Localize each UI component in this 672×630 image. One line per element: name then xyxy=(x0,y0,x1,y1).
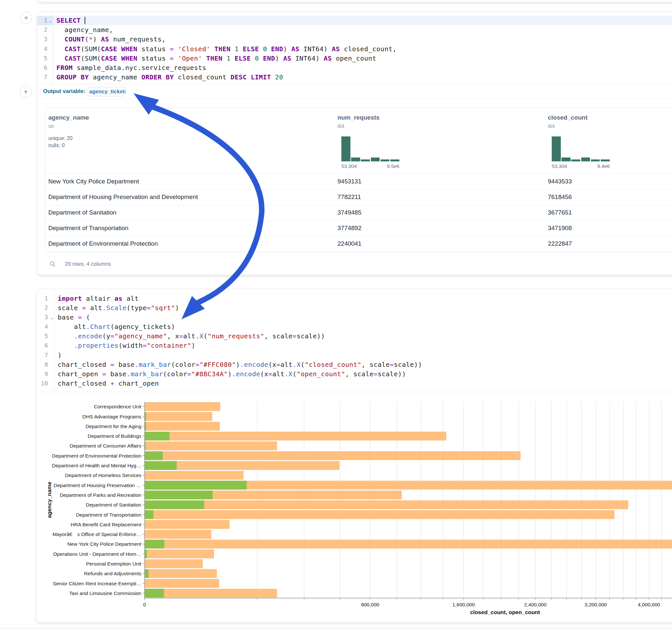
code-text: .properties(width="container") xyxy=(58,342,195,349)
line-number-gutter: 8 xyxy=(37,360,54,369)
code-line-7[interactable]: 7GROUP BY agency_name ORDER BY closed_co… xyxy=(37,73,672,82)
python-cell[interactable]: 1import altair as alt2scale = alt.Scale(… xyxy=(36,289,672,623)
code-text: .encode(y="agency_name", x=alt.X("num_re… xyxy=(58,332,325,340)
sql-editor[interactable]: 1⌄SELECT 2 agency_name,3 COUNT(*) AS num… xyxy=(37,16,672,82)
code-line-8[interactable]: 8chart_closed = base.mark_bar(color="#FF… xyxy=(37,360,672,369)
histogram-bar xyxy=(571,160,580,162)
histogram-bar xyxy=(591,160,600,162)
line-number-gutter: 5 xyxy=(37,54,53,63)
code-line-2[interactable]: 2 agency_name, xyxy=(37,25,672,35)
code-text: FROM sample_data.nyc.service_requests xyxy=(56,64,206,72)
histogram-bar xyxy=(552,137,561,162)
search-icon[interactable] xyxy=(50,261,56,267)
histogram-bar xyxy=(381,160,390,162)
line-number-gutter: 10 xyxy=(37,379,54,388)
column-name: agency_name xyxy=(48,114,331,121)
line-number-gutter: 3 xyxy=(37,35,53,44)
code-line-2[interactable]: 2scale = alt.Scale(type="sqrt") xyxy=(37,303,672,313)
table-row[interactable]: Department of Sanitation37494853677651 xyxy=(45,205,672,220)
column-type: i64 xyxy=(548,123,672,129)
code-line-1[interactable]: 1⌄SELECT xyxy=(37,16,672,25)
code-line-5[interactable]: 5 .encode(y="agency_name", x=alt.X("num_… xyxy=(37,332,672,341)
table-cell: 3774892 xyxy=(334,221,545,236)
table-row[interactable]: New York City Police Department945313194… xyxy=(45,174,672,189)
code-text: chart_closed = base.mark_bar(color="#FFC… xyxy=(58,361,422,368)
table-cell: 2222847 xyxy=(545,236,672,251)
table-header-row: agency_namestrunique: 20nulls: 0num_requ… xyxy=(45,107,672,174)
histogram-bar xyxy=(361,160,370,162)
histogram-bar xyxy=(601,160,610,162)
text-cursor xyxy=(85,17,85,24)
column-header-agency_name[interactable]: agency_namestrunique: 20nulls: 0 xyxy=(45,107,334,174)
table-cell: 9453131 xyxy=(334,174,545,189)
column-header-num_requests[interactable]: num_requestsi6453,3049.5e6 xyxy=(334,107,545,174)
python-editor[interactable]: 1import altair as alt2scale = alt.Scale(… xyxy=(37,294,672,389)
add-cell-button-top[interactable]: + xyxy=(20,12,32,24)
code-line-6[interactable]: 6 .properties(width="container") xyxy=(37,341,672,350)
code-line-5[interactable]: 5 CAST(SUM(CASE WHEN status = 'Open' THE… xyxy=(37,54,672,63)
histogram-min-label: 53,304 xyxy=(552,163,567,169)
code-text: chart_open = base.mark_bar(color="#8BC34… xyxy=(58,370,406,378)
code-text: CAST(SUM(CASE WHEN status = 'Closed' THE… xyxy=(56,45,397,53)
histogram-bar xyxy=(371,158,380,162)
histogram-max-label: 9.4e6 xyxy=(597,163,610,169)
line-number-gutter: 1⌄ xyxy=(37,16,53,25)
next-cell-top-edge xyxy=(0,628,672,630)
table-cell: 7782211 xyxy=(334,190,545,205)
table-cell: 7618456 xyxy=(545,190,672,205)
cell-output-divider xyxy=(36,392,672,392)
histogram-max-label: 9.5e6 xyxy=(387,163,399,169)
code-text: alt.Chart(agency_tickets) xyxy=(58,323,175,331)
table-cell: 9443533 xyxy=(545,174,672,189)
dataframe-preview-table[interactable]: agency_namestrunique: 20nulls: 0num_requ… xyxy=(45,107,672,252)
table-cell: 3471908 xyxy=(545,221,672,236)
line-number-gutter: 7 xyxy=(37,73,53,82)
table-row[interactable]: Department of Environmental Protection22… xyxy=(45,236,672,251)
code-text: COUNT(*) AS num_requests, xyxy=(56,35,166,43)
line-number-gutter: 4 xyxy=(37,322,54,332)
code-line-6[interactable]: 6FROM sample_data.nyc.service_requests xyxy=(37,63,672,73)
column-type: i64 xyxy=(337,123,542,129)
code-text: ) xyxy=(58,351,62,359)
code-line-7[interactable]: 7) xyxy=(37,350,672,360)
line-number-gutter: 7 xyxy=(37,350,54,360)
table-row[interactable]: Department of Transportation377489234719… xyxy=(45,220,672,236)
line-number-gutter: 4 xyxy=(37,44,53,54)
table-row-count: 20 rows, 4 columns xyxy=(65,261,111,267)
output-variable-label: Output variable: xyxy=(43,88,85,95)
gutter-divider xyxy=(54,289,54,392)
histogram-bar xyxy=(581,158,590,162)
notebook-page: { "icons": { "add_label": "+", "search_i… xyxy=(0,0,672,630)
column-histogram xyxy=(552,137,610,162)
line-number-gutter: 6 xyxy=(37,341,54,350)
output-variable-badge[interactable]: agency_tickets xyxy=(86,87,126,96)
table-row[interactable]: Department of Housing Preservation and D… xyxy=(45,189,672,205)
add-cell-button-middle[interactable]: + xyxy=(20,86,32,98)
code-line-4[interactable]: 4 alt.Chart(agency_tickets) xyxy=(37,322,672,332)
table-cell: Department of Environmental Protection xyxy=(45,236,334,251)
table-cell: 3677651 xyxy=(545,205,672,220)
output-variable-row: Output variable: agency_tickets xyxy=(37,84,672,99)
code-line-3[interactable]: 3⌄base = ( xyxy=(37,313,672,322)
code-line-10[interactable]: 10chart_closed + chart_open xyxy=(37,379,672,388)
code-line-4[interactable]: 4 CAST(SUM(CASE WHEN status = 'Closed' T… xyxy=(37,44,672,54)
line-number-gutter: 6 xyxy=(37,63,53,73)
table-footer: 20 rows, 4 columns xyxy=(45,257,111,270)
fold-chevron-icon[interactable]: ⌄ xyxy=(49,19,52,23)
table-body: New York City Police Department945313194… xyxy=(45,174,672,251)
code-text: chart_closed + chart_open xyxy=(58,380,159,387)
code-text: scale = alt.Scale(type="sqrt") xyxy=(58,304,179,312)
active-line-highlight xyxy=(37,16,672,25)
code-line-3[interactable]: 3 COUNT(*) AS num_requests, xyxy=(37,35,672,44)
code-text: base = ( xyxy=(58,313,90,321)
code-line-1[interactable]: 1import altair as alt xyxy=(37,294,672,303)
code-text: CAST(SUM(CASE WHEN status = 'Open' THEN … xyxy=(56,54,376,62)
line-number-gutter: 3⌄ xyxy=(37,313,54,322)
fold-chevron-icon[interactable]: ⌄ xyxy=(50,315,53,320)
column-header-closed_count[interactable]: closed_counti6453,3049.4e6 xyxy=(545,107,672,174)
code-text: agency_name, xyxy=(56,26,113,34)
table-cell: Department of Transportation xyxy=(45,221,334,236)
histogram-bar xyxy=(351,158,360,162)
code-line-9[interactable]: 9chart_open = base.mark_bar(color="#8BC3… xyxy=(37,369,672,379)
code-text: GROUP BY agency_name ORDER BY closed_cou… xyxy=(56,73,283,81)
